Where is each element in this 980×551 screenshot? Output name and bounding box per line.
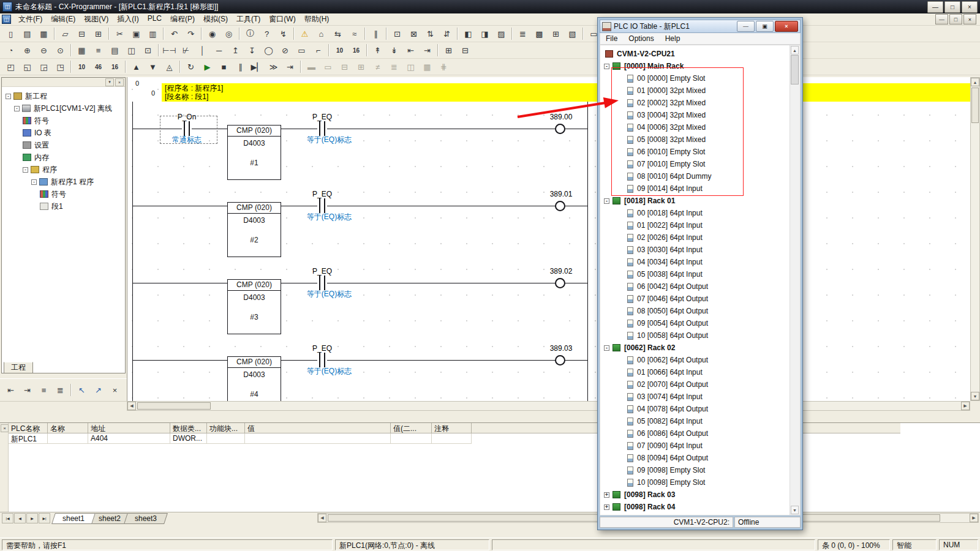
io-tree-item-9[interactable]: 07 [0010] Empty Slot: [600, 158, 790, 170]
minimize-button[interactable]: —: [927, 1, 943, 13]
print-icon[interactable]: ⊟: [74, 26, 89, 41]
project-tree-item-6[interactable]: -程序: [2, 163, 125, 176]
monitor-decimal-icon[interactable]: 10: [74, 59, 89, 74]
mdi-restore-button[interactable]: □: [949, 14, 962, 24]
io-tree-item-10[interactable]: 08 [0010] 64pt Dummy: [600, 170, 790, 182]
project-tree-item-1[interactable]: -新PLC1[CVM1-V2] 离线: [2, 102, 125, 114]
editor-vertical-scrollbar[interactable]: ▲ ▼: [970, 77, 980, 401]
io-maximize-button[interactable]: ▣: [756, 21, 774, 32]
io-menu-item-file[interactable]: File: [600, 34, 623, 43]
pulse-icon[interactable]: ◬: [162, 59, 177, 74]
watch-cell-3[interactable]: DWOR...: [170, 433, 207, 444]
sheet-tab-sheet3[interactable]: sheet3: [124, 513, 168, 524]
symbols-view-icon[interactable]: ▩: [532, 26, 547, 41]
io-scroll-up-icon[interactable]: ▲: [791, 46, 799, 54]
project-tree-item-7[interactable]: -新程序1 程序: [2, 176, 125, 188]
mdi-minimize-button[interactable]: —: [935, 14, 948, 24]
help-icon[interactable]: ?: [259, 26, 274, 41]
online-work-icon[interactable]: ⌂: [314, 26, 329, 41]
falling-contact-icon[interactable]: ↧: [244, 43, 260, 58]
io-tree-item-22[interactable]: 09 [0054] 64pt Output: [600, 317, 790, 329]
new-closed-contact-icon[interactable]: ⊬: [178, 43, 194, 58]
scroll-down-icon[interactable]: ▼: [971, 392, 979, 400]
continuous-step-icon[interactable]: ⇥: [282, 59, 298, 74]
watch-cell-7[interactable]: [432, 433, 472, 444]
instruction-block-3[interactable]: CMP (020)D4003#4: [227, 356, 281, 401]
new-file-icon[interactable]: ▯: [3, 26, 18, 41]
watch-column-header-5[interactable]: 值: [245, 423, 391, 433]
refresh-icon[interactable]: ↻: [183, 59, 198, 74]
collapse-expander-icon[interactable]: -: [604, 198, 609, 204]
project-tab[interactable]: 工程: [4, 362, 33, 373]
io-tree-item-28[interactable]: 03 [0074] 64pt Input: [600, 391, 790, 403]
output-coil-2[interactable]: [555, 278, 565, 288]
mdi-close-button[interactable]: ×: [963, 14, 976, 24]
mnemonic-view-icon[interactable]: ≣: [515, 26, 530, 41]
sheet-nav-icon-0[interactable]: |◀: [2, 513, 13, 523]
collapse-expander-icon[interactable]: -: [604, 345, 609, 351]
cut-icon[interactable]: ✂: [112, 26, 127, 41]
io-tree-item-0[interactable]: CVM1-V2-CPU21: [600, 48, 790, 60]
differential-down-icon[interactable]: ▼: [145, 59, 160, 74]
project-tree-item-5[interactable]: 内存: [2, 151, 125, 163]
compare-icon[interactable]: ≈: [347, 26, 362, 41]
io-tree-item-33[interactable]: 08 [0094] 64pt Output: [600, 452, 790, 464]
watch-cell-1[interactable]: [48, 433, 88, 444]
collapse-expander-icon[interactable]: -: [23, 167, 28, 173]
vertical-scroll-thumb[interactable]: [971, 88, 979, 123]
clear-search-icon[interactable]: ×: [107, 383, 123, 397]
vertical-line-icon[interactable]: │: [195, 43, 210, 58]
invert-icon[interactable]: ⌐: [311, 43, 326, 58]
io-tree-item-29[interactable]: 04 [0078] 64pt Output: [600, 403, 790, 415]
copy-icon[interactable]: ▣: [129, 26, 144, 41]
io-tree-item-17[interactable]: 04 [0034] 64pt Input: [600, 256, 790, 268]
properties-icon[interactable]: ⓘ: [243, 26, 258, 41]
io-tree-item-16[interactable]: 03 [0030] 64pt Input: [600, 244, 790, 256]
io-tree-item-15[interactable]: 02 [0026] 64pt Input: [600, 231, 790, 244]
output-coil-1[interactable]: [555, 201, 565, 211]
io-tree-item-37[interactable]: +[0098] Rack 04: [600, 501, 790, 513]
differential-up-icon[interactable]: ▲: [129, 59, 144, 74]
zoom-out-icon[interactable]: ⊖: [36, 43, 51, 58]
work-online-simulator-icon[interactable]: ⊡: [390, 26, 405, 41]
output-contact-1[interactable]: [317, 198, 327, 213]
step-over-icon[interactable]: ≫: [266, 59, 281, 74]
panel-close-icon[interactable]: ×: [115, 78, 124, 86]
collapse-expander-icon[interactable]: -: [604, 64, 609, 69]
scroll-right-icon[interactable]: ▶: [961, 402, 970, 410]
new-closed-coil-icon[interactable]: ⊘: [277, 43, 293, 58]
rung-end-icon[interactable]: ⇥: [420, 43, 435, 58]
arrange-icons-icon[interactable]: ◳: [53, 59, 68, 74]
download-icon[interactable]: ⇅: [423, 26, 438, 41]
menu-item-7[interactable]: 工具(T): [232, 13, 265, 26]
monitor-toggle-icon[interactable]: ⊠: [406, 26, 421, 41]
io-tree-item-25[interactable]: 00 [0062] 64pt Output: [600, 354, 790, 366]
cascade-windows-icon[interactable]: ◰: [3, 59, 18, 74]
collapse-expander-icon[interactable]: -: [6, 94, 11, 99]
scroll-left-icon[interactable]: ◀: [127, 402, 136, 410]
project-tree-item-4[interactable]: 设置: [2, 139, 125, 151]
io-tree-item-7[interactable]: 05 [0008] 32pt Mixed: [600, 133, 790, 146]
sheet-tab-sheet1[interactable]: sheet1: [51, 513, 96, 524]
stop-icon[interactable]: ■: [216, 59, 232, 74]
align-icon[interactable]: ≡: [36, 383, 51, 397]
watch-close-icon[interactable]: ×: [1, 424, 9, 432]
output-contact-3[interactable]: [317, 353, 327, 367]
io-tree-item-19[interactable]: 06 [0042] 64pt Output: [600, 280, 790, 293]
compile-check-icon[interactable]: ⚠: [297, 26, 312, 41]
instruction-block-0[interactable]: CMP (020)D4003#1: [227, 125, 281, 180]
io-tree-item-34[interactable]: 09 [0098] Empty Slot: [600, 464, 790, 476]
close-window-icon[interactable]: ⊟: [458, 43, 473, 58]
io-tree-item-5[interactable]: 03 [0004] 32pt Mixed: [600, 109, 790, 121]
io-tree-item-20[interactable]: 07 [0046] 64pt Output: [600, 293, 790, 305]
watch-cell-2[interactable]: A404: [88, 433, 170, 444]
new-coil-icon[interactable]: ◯: [261, 43, 276, 58]
watch-cell-5[interactable]: [245, 433, 391, 444]
horizontal-scroll-thumb[interactable]: [137, 402, 211, 410]
rung-comment-icon[interactable]: ≡: [91, 43, 106, 58]
watch-scroll-right-icon[interactable]: ▶: [970, 514, 978, 522]
menu-item-0[interactable]: 文件(F): [14, 13, 47, 26]
watch-column-header-2[interactable]: 地址: [88, 423, 170, 433]
show-comments-icon[interactable]: ▤: [107, 43, 123, 58]
save-icon[interactable]: ▦: [36, 26, 51, 41]
